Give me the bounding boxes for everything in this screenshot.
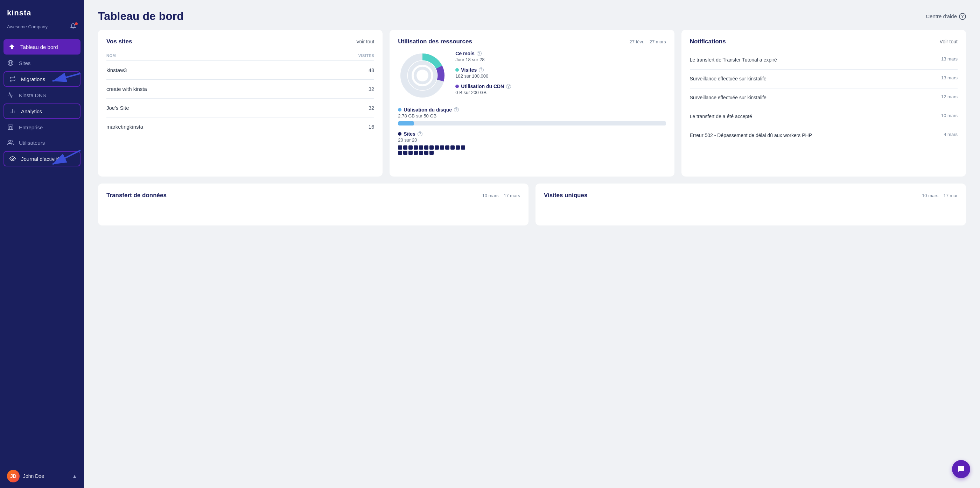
notification-date: 12 mars	[941, 94, 958, 99]
grid-dot	[430, 146, 434, 150]
grid-dot	[440, 146, 444, 150]
sidebar-item-utilisateurs[interactable]: Utilisateurs	[0, 135, 84, 151]
table-row[interactable]: kinstaw348	[107, 61, 374, 80]
disque-dot	[398, 108, 401, 111]
info-icon: ?	[454, 107, 459, 112]
notification-item[interactable]: Le transfert de Transfer Tutorial a expi…	[690, 51, 958, 70]
sidebar-item-tableau-de-bord[interactable]: Tableau de bord	[3, 39, 81, 54]
info-icon: ?	[477, 51, 482, 56]
sidebar-item-label: Analytics	[21, 108, 42, 114]
notification-bell[interactable]	[70, 23, 77, 30]
user-info[interactable]: JD John Doe	[7, 470, 44, 482]
sidebar-item-label: Kinsta DNS	[19, 92, 46, 98]
notification-text: Le transfert de Transfer Tutorial a expi…	[690, 56, 937, 63]
migrations-icon	[9, 76, 16, 82]
sidebar-item-label: Journal d'activités	[21, 156, 63, 162]
notification-item[interactable]: Erreur 502 - Dépassement de délai dû aux…	[690, 126, 958, 145]
grid-dot	[409, 146, 413, 150]
voir-tout-notifications[interactable]: Voir tout	[940, 39, 958, 44]
resource-label: Utilisation du CDN	[461, 84, 504, 89]
visites-dot	[455, 68, 459, 72]
resource-value: 20 sur 20	[398, 137, 666, 143]
user-name: John Doe	[23, 473, 44, 479]
notification-text: Surveillance effectuée sur kinstalife	[690, 94, 937, 101]
resource-legend: Ce mois ? Jour 18 sur 28 Visites ? 182 s…	[455, 51, 666, 100]
notification-text: Le transfert de a été accepté	[690, 113, 937, 120]
chevron-up-icon[interactable]: ▲	[72, 473, 77, 479]
company-name: Awesome Company	[7, 24, 48, 29]
cdn-dot	[455, 85, 459, 88]
site-name: Joe's Site	[107, 98, 299, 117]
site-visites: 48	[299, 61, 374, 80]
svg-rect-5	[8, 125, 13, 130]
notification-date: 13 mars	[941, 56, 958, 62]
grid-dot	[414, 146, 418, 150]
building-icon	[7, 124, 14, 131]
home-icon	[8, 43, 15, 50]
resource-label: Sites	[404, 131, 415, 137]
site-visites: 32	[299, 80, 374, 98]
sidebar-item-label: Entreprise	[19, 124, 43, 130]
info-icon: ?	[418, 132, 422, 136]
resource-label: Visites	[461, 67, 477, 73]
sites-table: NOM VISITES kinstaw348create with kinsta…	[107, 51, 374, 136]
sites-grid-dots	[398, 146, 468, 155]
card-ressources: Utilisation des ressources 27 févr. – 27…	[390, 30, 674, 176]
card-title-notifications: Notifications	[690, 38, 726, 45]
grid-dot	[424, 146, 428, 150]
notification-text: Erreur 502 - Dépassement de délai dû aux…	[690, 132, 940, 139]
logo-area: kinsta	[0, 0, 84, 20]
grid-dot	[435, 146, 439, 150]
voir-tout-sites[interactable]: Voir tout	[356, 39, 374, 44]
resource-visites: Visites ? 182 sur 100,000	[455, 67, 666, 79]
card-title-transfert: Transfert de données	[107, 192, 167, 199]
sidebar-item-kinsta-dns[interactable]: Kinsta DNS	[0, 87, 84, 103]
card-header-visites-uniques: Visites uniques 10 mars – 17 mar	[544, 192, 958, 199]
grid-dot	[398, 146, 402, 150]
company-row: Awesome Company	[0, 20, 84, 36]
table-row[interactable]: create with kinsta32	[107, 80, 374, 98]
table-row[interactable]: marketingkinsta16	[107, 117, 374, 136]
card-header-notifications: Notifications Voir tout	[690, 38, 958, 45]
page-title: Tableau de bord	[98, 10, 184, 23]
grid-dot	[419, 146, 423, 150]
card-header-transfert: Transfert de données 10 mars – 17 mars	[107, 192, 520, 199]
grid-dot	[445, 146, 449, 150]
site-visites: 16	[299, 117, 374, 136]
avatar: JD	[7, 470, 20, 482]
kinsta-logo: kinsta	[7, 8, 77, 17]
card-transfert: Transfert de données 10 mars – 17 mars	[98, 184, 528, 225]
sidebar-item-label: Migrations	[21, 76, 45, 82]
resource-label: Utilisation du disque	[404, 107, 452, 112]
notification-item[interactable]: Le transfert de a été accepté10 mars	[690, 107, 958, 126]
col-nom: NOM	[107, 51, 299, 61]
disk-progress-fill	[398, 121, 414, 125]
notification-date: 4 mars	[943, 132, 958, 137]
sidebar-item-sites[interactable]: Sites	[0, 55, 84, 71]
sidebar-footer: JD John Doe ▲	[0, 464, 84, 488]
sidebar-nav: Tableau de bord Sites	[0, 36, 84, 464]
info-icon: ?	[506, 84, 511, 89]
table-row[interactable]: Joe's Site32	[107, 98, 374, 117]
notification-text: Surveillance effectuée sur kinstalife	[690, 75, 937, 82]
resource-ce-mois: Ce mois ? Jour 18 sur 28	[455, 51, 666, 62]
site-visites: 32	[299, 98, 374, 117]
resource-sites: Sites ? 20 sur 20	[398, 131, 666, 155]
card-visites-uniques: Visites uniques 10 mars – 17 mar	[536, 184, 966, 225]
sidebar: kinsta Awesome Company Tableau de bord	[0, 0, 84, 488]
info-icon: ?	[479, 68, 484, 72]
chat-bubble[interactable]	[952, 460, 970, 478]
sidebar-item-journal-activites[interactable]: Journal d'activités	[3, 151, 81, 166]
sidebar-item-analytics[interactable]: Analytics	[3, 103, 81, 119]
notification-item[interactable]: Surveillance effectuée sur kinstalife12 …	[690, 89, 958, 107]
sidebar-item-migrations[interactable]: Migrations	[3, 71, 81, 87]
sites-dot	[398, 132, 401, 136]
resource-disque: Utilisation du disque ? 2.78 GB sur 50 G…	[398, 107, 666, 125]
help-center-link[interactable]: Centre d'aide ?	[926, 13, 966, 20]
bottom-cards-row: Transfert de données 10 mars – 17 mars V…	[84, 184, 980, 239]
ressources-date: 27 févr. – 27 mars	[630, 39, 666, 44]
notification-item[interactable]: Surveillance effectuée sur kinstalife13 …	[690, 70, 958, 89]
grid-dot	[456, 146, 460, 150]
grid-dot	[414, 151, 418, 155]
sidebar-item-entreprise[interactable]: Entreprise	[0, 120, 84, 135]
